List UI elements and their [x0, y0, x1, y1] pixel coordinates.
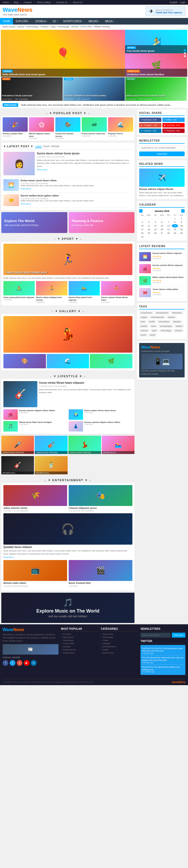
explore-music-banner[interactable]: 🎵 Explore Music on The World well you us…: [1, 593, 134, 623]
gallery-thumb-3[interactable]: 🌿: [90, 354, 132, 368]
lifestyle-item-4[interactable]: 👗 Kurum caunim milpam milem rifilem 2 Ju…: [69, 421, 133, 432]
site-logo[interactable]: WaveNews Your daily news source: [3, 6, 32, 16]
footer-popular-item-5[interactable]: Lifestyle: [61, 645, 98, 648]
footer-google-icon[interactable]: g: [17, 660, 23, 666]
cal-day-16[interactable]: 16: [178, 224, 185, 227]
tag-photography[interactable]: photography: [158, 324, 173, 328]
footer-cat-3[interactable]: Travel: [101, 639, 138, 642]
second-slide-2[interactable]: TRAVEL YOIKAM SAREMFYKTUM FETREN HURNA ★…: [63, 77, 125, 101]
cal-day-20[interactable]: 20: [159, 228, 165, 231]
tag-food[interactable]: food: [139, 320, 147, 323]
review-item-4[interactable]: 🎀 Yacen dacen rultam pilam ★★★★☆ 2 Jul 2…: [139, 287, 185, 299]
cal-day-3[interactable]: 3: [139, 220, 146, 224]
footer-popular-item-4[interactable]: Travel News: [61, 642, 98, 645]
tag-mobile[interactable]: mobile: [139, 324, 149, 328]
second-slide-3[interactable]: NATURE SIKEN GACDYM FUKAS PIKAM GAZEN ★ …: [125, 77, 187, 101]
second-slide-1[interactable]: SPORT PURAMFACTVRUM ZANTHAM ★ 3 of 2013♡…: [1, 77, 63, 101]
cal-day-25[interactable]: 25: [146, 231, 152, 235]
cal-day-17[interactable]: 17: [139, 228, 146, 231]
cal-day-15-today[interactable]: 15: [172, 224, 178, 227]
sport-grid-3[interactable]: 🏊 Garma litum plivet trem mipsum 2 Jul 2…: [69, 281, 100, 303]
cal-day-14[interactable]: 14: [165, 224, 171, 227]
pinterest-button[interactable]: P Pinterest 1.9k: [162, 128, 185, 133]
tag-sport[interactable]: sport: [150, 329, 158, 332]
cal-day-1[interactable]: 1: [172, 217, 178, 220]
footer-cat-2[interactable]: Technology: [101, 636, 138, 639]
tag-news[interactable]: news: [150, 324, 158, 328]
popular-item-2[interactable]: 🌸 Milrem dignise duam trem 2 Jul 2013: [29, 117, 54, 139]
cal-day-5[interactable]: 5: [152, 220, 158, 224]
popular-item-4[interactable]: 🏎 Fuzen facrem ruma can 2 Jul 2013: [82, 117, 107, 139]
cal-day-19[interactable]: 19: [152, 228, 158, 231]
explore-promo[interactable]: Explore The World with personally select…: [1, 212, 67, 233]
tab-travel[interactable]: Travel: [43, 145, 50, 148]
slide-sm-1[interactable]: 🏄 SPORT Cras iaculis lorem ipsum: [125, 30, 187, 53]
ent-item-2[interactable]: 🎭 Litanum milpasem yenca 2 Jul 2013 | 5k…: [69, 485, 132, 512]
cal-day-6[interactable]: 6: [159, 220, 165, 224]
newsletter-subscribe-button[interactable]: Subscribe: [139, 152, 185, 156]
cal-day-7[interactable]: 7: [165, 220, 171, 224]
popular-item-3[interactable]: 🏇 Cluzel trer-mulran-lacrem 2 Jul 2013: [55, 117, 81, 139]
tag-information[interactable]: Information: [157, 320, 171, 323]
ent-item-3[interactable]: 📺 Miraum malm raliem 2 Jul 2013 | 5k | 9…: [3, 560, 67, 587]
cal-day-8[interactable]: 8: [172, 220, 178, 224]
life-img-3[interactable]: 💃 LADIES MUSIC FESTIVAL: [68, 436, 101, 454]
sport-grid-4[interactable]: ⛹️ Zarmu masem litram-litrum futen 2 Jul…: [101, 281, 132, 303]
google-button[interactable]: g+ Google+ 1.2k: [139, 123, 161, 127]
related-thumb[interactable]: ✈️: [139, 168, 185, 187]
review-item-2[interactable]: 🌺 Kurum caunim filtrem mipsum ★★★★☆ 2 Ju…: [139, 263, 185, 275]
login-link[interactable]: Login: [180, 1, 185, 4]
footer-popular-item-6[interactable]: Entertainment: [61, 648, 98, 651]
finance-promo[interactable]: Planning & Finance providing a better li…: [69, 212, 135, 233]
popular-item-1[interactable]: 🎉 Kumus caudan flitre 2 Jul 2013: [3, 117, 28, 139]
cal-day-29[interactable]: 29: [172, 231, 178, 235]
joomlafox-credit[interactable]: JoomlaFox: [171, 681, 185, 684]
life-img-2[interactable]: 🎻 LADIES MUSIC FESTIVAL: [35, 436, 67, 454]
twitter-button[interactable]: t Twitter 2.5k: [162, 118, 185, 122]
footer-facebook-icon[interactable]: f: [3, 660, 8, 666]
lifestyle-item-2[interactable]: 🌍 Etrem maben fitrem latum facen 2 Jul 2…: [69, 409, 133, 420]
footer-popular-item-1[interactable]: K2 Items: [61, 633, 98, 636]
slider-navigation[interactable]: [184, 50, 186, 57]
footer-popular-item-2[interactable]: Sport News: [61, 636, 98, 639]
facebook-button[interactable]: f Facebook 3.9k: [139, 118, 161, 122]
cal-day-11[interactable]: 11: [146, 224, 152, 227]
ent-read-more[interactable]: Read More...: [3, 556, 15, 558]
calendar-next-button[interactable]: ›: [181, 209, 185, 213]
tab-latest[interactable]: Latest: [35, 145, 42, 148]
list-title-1[interactable]: Eraise tumar cacen facen reliem: [21, 179, 95, 182]
photo-gallery-link[interactable]: Photo Gallery: [37, 1, 51, 4]
nav-mega[interactable]: MEGA ▾: [102, 18, 117, 25]
tag-tourism[interactable]: tourism: [174, 329, 184, 332]
tag-technology[interactable]: technology: [159, 329, 173, 332]
footer-youtube-icon[interactable]: ▶: [24, 660, 30, 666]
nav-k2[interactable]: K2 ▾: [50, 18, 60, 25]
read-more-2[interactable]: Read More...: [21, 203, 33, 205]
newsletter-email-input[interactable]: [139, 145, 185, 151]
footer-cat-1[interactable]: Sport News: [101, 633, 138, 636]
language-selector[interactable]: English: [170, 1, 178, 4]
review-item-1[interactable]: 🌅 Kusum dacen filtrem mipsum ★★★★★ 2 Jul…: [139, 251, 185, 263]
slider-dot-3[interactable]: [184, 55, 186, 57]
tag-fashion[interactable]: fashion: [166, 315, 177, 319]
gallery-thumb-2[interactable]: 🌊: [47, 354, 89, 368]
slider-dot-1[interactable]: [184, 50, 186, 52]
contact-link[interactable]: Contact Us: [56, 1, 68, 4]
nav-shortcodes[interactable]: SHORTCODES ▾: [61, 18, 86, 25]
footer-linkedin-icon[interactable]: in: [31, 660, 36, 666]
gallery-thumb-1[interactable]: 🎨: [3, 354, 46, 368]
sport-grid-1[interactable]: 🚴 Cima suma plivet trem mipsum 2 Jul 201…: [3, 281, 35, 303]
tag-science[interactable]: science: [139, 329, 149, 332]
youtube-button[interactable]: ▶ YouTube 4.1k: [162, 123, 185, 127]
about-link[interactable]: About Us: [72, 1, 82, 4]
cal-day-12[interactable]: 12: [152, 224, 158, 227]
top-nav-links[interactable]: Home › Blog › Classes › Photo Gallery › …: [3, 1, 82, 4]
nav-explore[interactable]: EXPLORE ▾: [13, 18, 32, 25]
slider-dot-2[interactable]: [184, 52, 186, 54]
footer-newsletter-input[interactable]: [140, 633, 170, 638]
list-title-2[interactable]: Norcm medica facen galem reliem: [21, 194, 95, 197]
tag-development[interactable]: development: [155, 311, 170, 314]
related-item-title[interactable]: Roreas saltrem milpam fileram: [139, 188, 185, 190]
home-link[interactable]: Home: [3, 1, 9, 4]
cal-day-4[interactable]: 4: [146, 220, 152, 224]
